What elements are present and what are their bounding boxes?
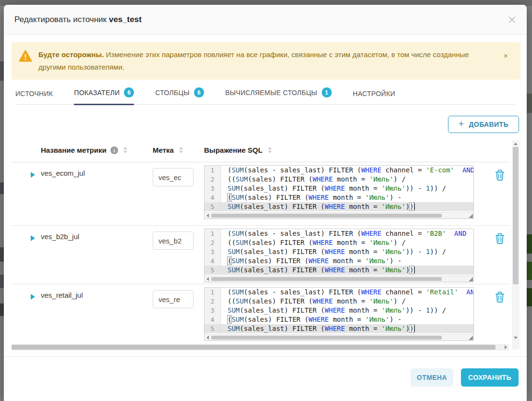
editor-hscrollbar-thumb[interactable] bbox=[211, 214, 442, 218]
warning-banner: Будте осторожны. Изменение этих параметр… bbox=[12, 42, 520, 80]
background-page bbox=[0, 247, 4, 262]
line-number: 3 bbox=[205, 184, 221, 193]
warning-close-icon[interactable]: × bbox=[504, 53, 508, 60]
code-text[interactable]: ((SUM(sales) FILTER (WHERE month = 'Июль… bbox=[221, 238, 473, 247]
table-horizontal-scrollbar[interactable] bbox=[12, 344, 509, 351]
delete-metric-button[interactable] bbox=[495, 232, 507, 246]
sort-control[interactable] bbox=[179, 147, 183, 153]
table-header: Название метрики i Метка Выражение SQL bbox=[12, 142, 510, 162]
background-page bbox=[527, 94, 532, 113]
save-button[interactable]: СОХРАНИТЬ bbox=[461, 368, 519, 387]
sql-editor[interactable]: 1(SUM(sales - sales_last) FILTER (WHERE … bbox=[204, 287, 474, 341]
code-line: 1(SUM(sales - sales_last) FILTER (WHERE … bbox=[205, 288, 473, 297]
delete-metric-button[interactable] bbox=[495, 291, 507, 304]
code-text[interactable]: ((SUM(sales) FILTER (WHERE month = 'Июль… bbox=[221, 297, 473, 306]
tab-source[interactable]: ИСТОЧНИК bbox=[15, 90, 53, 104]
sort-control[interactable] bbox=[268, 147, 272, 153]
code-text[interactable]: ((SUM(sales) FILTER (WHERE month = 'Июль… bbox=[221, 175, 473, 184]
column-header-metric-name: Название метрики bbox=[41, 146, 107, 154]
code-line: 2((SUM(sales) FILTER (WHERE month = 'Июл… bbox=[205, 297, 473, 306]
scroll-up-icon[interactable] bbox=[514, 143, 518, 145]
code-line: 4(SUM(sales) FILTER (WHERE month = 'Июль… bbox=[205, 193, 473, 202]
code-text[interactable]: SUM(sales_last) FILTER (WHERE month = 'И… bbox=[221, 324, 473, 333]
code-text[interactable]: SUM(sales_last) FILTER (WHERE month = 'И… bbox=[221, 184, 473, 193]
tabs: ИСТОЧНИКПОКАЗАТЕЛИ6СТОЛБЦЫ6ВЫЧИСЛЯЕМЫЕ С… bbox=[15, 87, 515, 105]
tab-metrics[interactable]: ПОКАЗАТЕЛИ6 bbox=[74, 87, 134, 105]
metric-row: ves_b2b_jul1(SUM(sales - sales_last) FIL… bbox=[12, 226, 510, 284]
code-text[interactable]: (SUM(sales) FILTER (WHERE month = 'Июль'… bbox=[221, 193, 473, 202]
tab-columns[interactable]: СТОЛБЦЫ6 bbox=[155, 87, 204, 104]
cancel-button[interactable]: ОТМЕНА bbox=[411, 368, 453, 387]
warning-icon bbox=[19, 50, 32, 66]
code-text[interactable]: SUM(sales_last) FILTER (WHERE month = 'И… bbox=[221, 266, 473, 275]
sort-control[interactable] bbox=[123, 147, 127, 153]
expand-arrow-icon[interactable] bbox=[31, 235, 35, 241]
modal-footer: ОТМЕНА СОХРАНИТЬ bbox=[4, 356, 527, 401]
code-line: 5SUM(sales_last) FILTER (WHERE month = '… bbox=[205, 266, 473, 275]
code-text[interactable]: SUM(sales_last) FILTER (WHERE month = 'И… bbox=[221, 306, 473, 315]
editor-hscrollbar[interactable] bbox=[205, 334, 473, 340]
label-input[interactable] bbox=[153, 168, 193, 186]
metric-name: ves_b2b_jul bbox=[41, 232, 79, 241]
editor-hscrollbar-thumb[interactable] bbox=[211, 277, 442, 281]
info-icon[interactable]: i bbox=[110, 146, 118, 154]
code-line: 3SUM(sales_last) FILTER (WHERE month = '… bbox=[205, 184, 473, 193]
tab-label: ИСТОЧНИК bbox=[15, 90, 53, 97]
code-line: 5SUM(sales_last) FILTER (WHERE month = '… bbox=[205, 202, 473, 211]
code-text[interactable]: (SUM(sales) FILTER (WHERE month = 'Июль'… bbox=[221, 256, 473, 266]
editor-hscrollbar[interactable] bbox=[205, 276, 473, 282]
background-page bbox=[0, 304, 4, 316]
background-page bbox=[527, 288, 532, 306]
line-number: 4 bbox=[205, 315, 221, 324]
code-line: 1(SUM(sales - sales_last) FILTER (WHERE … bbox=[205, 229, 473, 238]
line-number: 3 bbox=[205, 247, 221, 256]
trash-icon bbox=[495, 238, 505, 246]
vertical-scrollbar-thumb[interactable] bbox=[513, 147, 519, 284]
modal-title: Редактировать источник ves_test bbox=[14, 15, 142, 24]
code-text[interactable]: SUM(sales_last) FILTER (WHERE month = 'И… bbox=[221, 202, 473, 211]
modal-title-prefix: Редактировать источник bbox=[14, 15, 107, 24]
tab-count-badge: 6 bbox=[124, 87, 134, 97]
vertical-scrollbar[interactable] bbox=[512, 140, 520, 350]
scroll-right-icon[interactable] bbox=[505, 345, 507, 349]
table-hscrollbar-thumb[interactable] bbox=[12, 345, 496, 350]
add-metric-button[interactable]: + ДОБАВИТЬ bbox=[448, 116, 519, 133]
tab-calculated-columns[interactable]: ВЫЧИСЛЯЕМЫЕ СТОЛБЦЫ1 bbox=[225, 87, 332, 104]
code-text[interactable]: SUM(sales_last) FILTER (WHERE month = 'И… bbox=[221, 247, 473, 256]
sql-editor[interactable]: 1(SUM(sales - sales_last) FILTER (WHERE … bbox=[204, 229, 474, 282]
background-page bbox=[0, 182, 4, 194]
code-line: 3SUM(sales_last) FILTER (WHERE month = '… bbox=[205, 247, 473, 256]
editor-hscrollbar[interactable] bbox=[205, 212, 473, 219]
code-line: 2((SUM(sales) FILTER (WHERE month = 'Июл… bbox=[205, 238, 473, 247]
column-header-sql: Выражение SQL bbox=[204, 146, 263, 154]
line-number: 3 bbox=[205, 306, 221, 315]
edit-source-modal: Редактировать источник ves_test × Будте … bbox=[4, 5, 527, 401]
sql-editor[interactable]: 1(SUM(sales - sales_last) FILTER (WHERE … bbox=[204, 165, 474, 219]
background-page bbox=[527, 234, 532, 254]
scroll-left-icon[interactable] bbox=[206, 336, 209, 340]
scroll-down-icon[interactable] bbox=[514, 337, 518, 339]
expand-arrow-icon[interactable] bbox=[31, 294, 35, 300]
scroll-left-icon[interactable] bbox=[206, 277, 209, 281]
code-text[interactable]: (SUM(sales - sales_last) FILTER (WHERE c… bbox=[221, 288, 473, 297]
code-text[interactable]: (SUM(sales - sales_last) FILTER (WHERE c… bbox=[221, 229, 473, 238]
code-text[interactable]: (SUM(sales) FILTER (WHERE month = 'Июль'… bbox=[221, 315, 473, 324]
trash-icon bbox=[495, 174, 505, 182]
label-input[interactable] bbox=[153, 231, 193, 250]
editor-hscrollbar-thumb[interactable] bbox=[211, 336, 442, 340]
code-text[interactable]: (SUM(sales - sales_last) FILTER (WHERE c… bbox=[221, 166, 473, 175]
code-line: 3SUM(sales_last) FILTER (WHERE month = '… bbox=[205, 306, 473, 315]
line-number: 2 bbox=[205, 238, 221, 247]
close-icon[interactable]: × bbox=[508, 13, 516, 26]
tab-settings[interactable]: НАСТРОЙКИ bbox=[353, 90, 395, 104]
line-number: 1 bbox=[205, 288, 221, 297]
add-button-label: ДОБАВИТЬ bbox=[469, 121, 509, 128]
scroll-left-icon[interactable] bbox=[206, 214, 209, 218]
source-name: ves_test bbox=[109, 15, 142, 24]
resize-corner-icon bbox=[469, 214, 473, 218]
expand-arrow-icon[interactable] bbox=[31, 172, 35, 178]
label-input[interactable] bbox=[153, 290, 193, 308]
code-line: 4(SUM(sales) FILTER (WHERE month = 'Июль… bbox=[205, 256, 473, 266]
delete-metric-button[interactable] bbox=[495, 169, 507, 182]
metric-row: ves_retail_jul1(SUM(sales - sales_last) … bbox=[12, 284, 510, 345]
